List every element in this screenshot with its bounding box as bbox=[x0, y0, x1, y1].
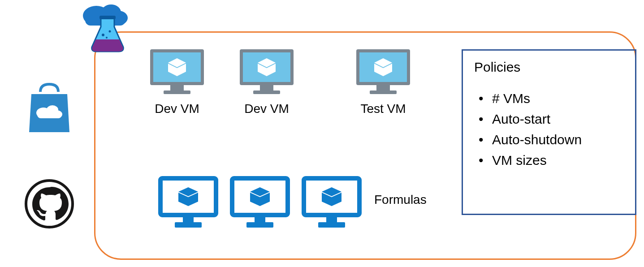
svg-rect-30 bbox=[370, 90, 397, 94]
vm-monitor-icon bbox=[238, 47, 296, 96]
vm-label: Dev VM bbox=[148, 102, 206, 116]
formula-monitor-icon bbox=[300, 175, 363, 231]
svg-rect-29 bbox=[376, 85, 390, 90]
formulas-label: Formulas bbox=[374, 193, 427, 207]
svg-rect-40 bbox=[232, 178, 288, 215]
vm-test: Test VM bbox=[354, 47, 412, 116]
policy-item: Auto-start bbox=[474, 109, 624, 129]
svg-rect-4 bbox=[99, 16, 116, 19]
svg-rect-47 bbox=[326, 216, 337, 222]
svg-rect-15 bbox=[170, 85, 184, 90]
formula-monitor-icon bbox=[229, 175, 291, 231]
vm-monitor-icon bbox=[148, 47, 206, 96]
formula-vm-1 bbox=[157, 175, 220, 233]
svg-rect-11 bbox=[37, 111, 62, 118]
svg-rect-16 bbox=[164, 90, 190, 94]
vm-label: Dev VM bbox=[238, 102, 296, 116]
svg-point-6 bbox=[109, 30, 111, 33]
github-icon bbox=[25, 179, 74, 228]
svg-rect-23 bbox=[253, 90, 280, 94]
svg-rect-46 bbox=[304, 178, 359, 215]
svg-rect-34 bbox=[160, 178, 216, 215]
policy-item: VM sizes bbox=[474, 150, 624, 171]
svg-rect-36 bbox=[175, 222, 202, 228]
policy-item: # VMs bbox=[474, 88, 624, 109]
formula-monitor-icon bbox=[157, 175, 220, 231]
svg-rect-41 bbox=[255, 216, 265, 222]
policies-list: # VMs Auto-start Auto-shutdown VM sizes bbox=[474, 88, 624, 171]
svg-point-5 bbox=[102, 34, 104, 36]
svg-rect-48 bbox=[318, 222, 345, 228]
devtest-labs-icon bbox=[76, 0, 134, 54]
policies-box: Policies # VMs Auto-start Auto-shutdown … bbox=[462, 49, 636, 215]
policies-title: Policies bbox=[474, 60, 624, 75]
vm-dev-2: Dev VM bbox=[238, 47, 296, 116]
formula-vm-2 bbox=[229, 175, 291, 233]
vm-monitor-icon bbox=[354, 47, 412, 96]
svg-rect-22 bbox=[260, 85, 273, 90]
svg-rect-35 bbox=[183, 216, 194, 222]
svg-point-7 bbox=[106, 37, 108, 39]
policy-item: Auto-shutdown bbox=[474, 129, 624, 150]
formula-vm-3 bbox=[300, 175, 363, 233]
vm-dev-1: Dev VM bbox=[148, 47, 206, 116]
marketplace-icon bbox=[25, 81, 74, 134]
vm-label: Test VM bbox=[354, 102, 412, 116]
svg-rect-42 bbox=[246, 222, 273, 228]
